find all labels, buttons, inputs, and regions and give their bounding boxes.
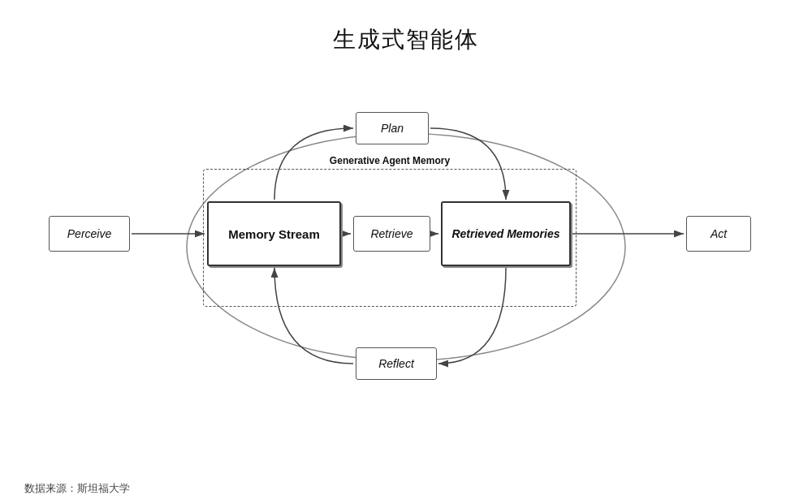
diagram: Generative Agent Memory bbox=[41, 71, 771, 412]
reflect-label: Reflect bbox=[378, 357, 414, 370]
source-label: 数据来源：斯坦福大学 bbox=[0, 473, 154, 504]
reflect-node: Reflect bbox=[356, 347, 437, 380]
retrieved-memories-label: Retrieved Memories bbox=[451, 227, 559, 240]
memory-stream-node: Memory Stream bbox=[207, 201, 341, 266]
retrieve-label: Retrieve bbox=[370, 227, 412, 240]
act-node: Act bbox=[686, 216, 751, 252]
page-title: 生成式智能体 bbox=[0, 0, 812, 55]
generative-agent-memory-label: Generative Agent Memory bbox=[326, 155, 453, 166]
perceive-node: Perceive bbox=[49, 216, 130, 252]
plan-label: Plan bbox=[381, 122, 404, 135]
retrieved-memories-node: Retrieved Memories bbox=[441, 201, 571, 266]
retrieve-node: Retrieve bbox=[353, 216, 430, 252]
memory-stream-label: Memory Stream bbox=[228, 227, 320, 241]
plan-node: Plan bbox=[356, 112, 429, 144]
perceive-label: Perceive bbox=[67, 227, 111, 240]
act-label: Act bbox=[710, 227, 727, 240]
